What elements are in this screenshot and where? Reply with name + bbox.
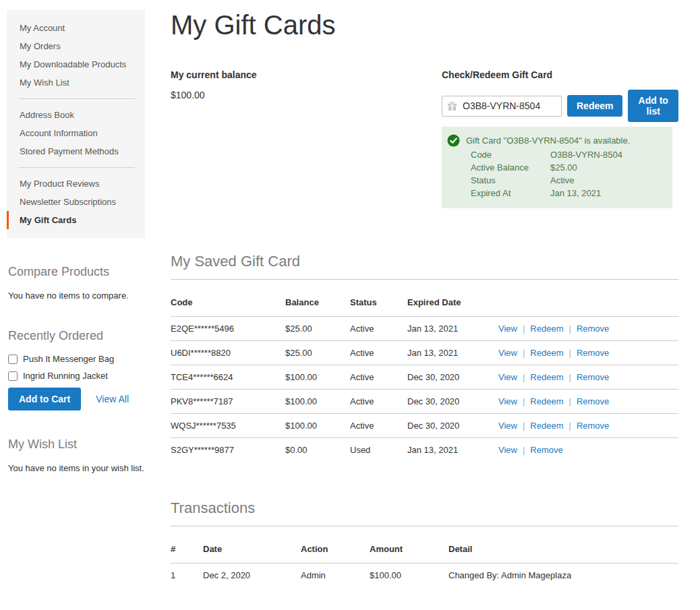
gift-card-balance-cell: $100.00 <box>285 390 350 414</box>
detail-label: Expired At <box>471 187 550 200</box>
gift-card-expired-cell: Dec 30, 2020 <box>407 414 498 438</box>
view-link[interactable]: View <box>498 324 517 334</box>
action-separator: | <box>523 372 525 382</box>
remove-link[interactable]: Remove <box>577 348 609 358</box>
action-separator: | <box>568 396 571 406</box>
sidebar-nav-item[interactable]: My Downloadable Products <box>7 55 145 73</box>
redeem-link[interactable]: Redeem <box>530 348 563 358</box>
gift-card-code-cell: TCE4******6624 <box>171 365 285 390</box>
gift-card-code-cell: U6DI******8820 <box>171 341 285 365</box>
column-header-actions <box>498 289 678 317</box>
column-header-amount: Amount <box>370 536 448 563</box>
gift-card-expired-cell: Jan 13, 2021 <box>407 341 498 365</box>
gift-card-code-input[interactable] <box>442 96 562 117</box>
wishlist-title: My Wish List <box>8 437 145 452</box>
gift-card-actions-cell: View|Redeem|Remove <box>498 414 678 438</box>
action-separator: | <box>568 421 571 431</box>
compare-products-empty-text: You have no items to compare. <box>8 290 145 302</box>
balance-and-redeem-row: My current balance $100.00 Check/Redeem … <box>171 69 678 208</box>
check-redeem-block: Check/Redeem Gift Card <box>442 69 678 208</box>
gift-card-balance-cell: $25.00 <box>285 317 350 341</box>
view-link[interactable]: View <box>498 445 517 455</box>
availability-message-row: Gift Card "O3B8-VYRN-8504" is available. <box>447 134 666 147</box>
redeem-form: Redeem Add to list <box>442 90 678 122</box>
nav-divider <box>19 98 135 99</box>
sidebar-nav-item[interactable]: Stored Payment Methods <box>7 142 145 160</box>
compare-products-title: Compare Products <box>8 265 145 279</box>
nav-divider <box>19 167 135 168</box>
column-header-detail: Detail <box>448 536 678 563</box>
sidebar-nav-item[interactable]: My Account <box>7 19 145 37</box>
action-separator: | <box>568 348 571 358</box>
gift-card-code-cell: WQSJ******7535 <box>171 414 285 438</box>
column-header-status: Status <box>350 289 407 317</box>
remove-link[interactable]: Remove <box>577 372 609 382</box>
saved-gift-cards-body: E2QE******5496 $25.00 Active Jan 13, 202… <box>171 317 678 462</box>
gift-card-expired-cell: Jan 13, 2021 <box>407 438 498 462</box>
current-balance-title: My current balance <box>171 69 442 80</box>
view-link[interactable]: View <box>498 421 517 431</box>
gift-card-status-cell: Active <box>350 390 407 414</box>
redeem-link[interactable]: Redeem <box>530 372 563 382</box>
wishlist-empty-text: You have no items in your wish list. <box>8 462 145 475</box>
gift-card-balance-cell: $25.00 <box>285 341 350 365</box>
detail-label: Active Balance <box>471 161 550 174</box>
action-separator: | <box>523 421 525 431</box>
sidebar-nav-item[interactable]: My Wish List <box>7 73 145 92</box>
remove-link[interactable]: Remove <box>577 324 609 334</box>
sidebar-nav-item[interactable]: My Orders <box>7 37 145 55</box>
add-to-cart-button[interactable]: Add to Cart <box>8 388 81 410</box>
table-header-row: Code Balance Status Expired Date <box>171 289 678 317</box>
saved-gift-cards-table: Code Balance Status Expired Date E2QE***… <box>171 289 678 462</box>
gift-card-balance-cell: $0.00 <box>285 438 350 462</box>
column-header-action: Action <box>301 536 370 563</box>
gift-card-code-cell: E2QE******5496 <box>171 317 285 341</box>
main-content: My Gift Cards My current balance $100.00… <box>171 10 678 610</box>
redeem-link[interactable]: Redeem <box>530 421 563 431</box>
sidebar-nav-item[interactable]: My Product Reviews <box>7 175 145 193</box>
redeem-button[interactable]: Redeem <box>567 95 622 117</box>
remove-link[interactable]: Remove <box>577 396 609 406</box>
gift-card-row: WQSJ******7535 $100.00 Active Dec 30, 20… <box>171 414 678 438</box>
redeem-link[interactable]: Redeem <box>530 396 563 406</box>
gift-card-detail-row: Expired At Jan 13, 2021 <box>471 187 666 200</box>
sidebar-nav-item[interactable]: My Gift Cards <box>7 211 145 229</box>
view-all-link[interactable]: View All <box>96 394 129 404</box>
view-link[interactable]: View <box>498 348 517 358</box>
remove-link[interactable]: Remove <box>530 445 562 455</box>
nav-group-address: Address Book Account Information Stored … <box>7 106 145 160</box>
gift-card-actions-cell: View|Redeem|Remove <box>498 390 678 414</box>
gift-card-expired-cell: Dec 30, 2020 <box>407 365 498 390</box>
saved-gift-cards-title: My Saved Gift Card <box>171 253 678 280</box>
gift-card-availability-box: Gift Card "O3B8-VYRN-8504" is available.… <box>442 127 672 208</box>
gift-card-expired-cell: Dec 30, 2020 <box>407 390 498 414</box>
recently-ordered-block: Recently Ordered Push It Messenger Bag I… <box>7 329 145 410</box>
product-label: Ingrid Running Jacket <box>23 371 108 381</box>
detail-value: Active <box>550 174 574 187</box>
gift-card-status-cell: Active <box>350 414 407 438</box>
sidebar-nav-item[interactable]: Account Information <box>7 124 145 142</box>
transaction-date-cell: Dec 2, 2020 <box>203 563 301 588</box>
gift-card-row: E2QE******5496 $25.00 Active Jan 13, 202… <box>171 317 678 341</box>
table-header-row: # Date Action Amount Detail <box>171 536 678 563</box>
compare-products-block: Compare Products You have no items to co… <box>7 265 145 302</box>
gift-icon <box>447 101 457 111</box>
add-to-list-button[interactable]: Add to list <box>628 90 678 122</box>
sidebar-nav-item[interactable]: Address Book <box>7 106 145 124</box>
gift-card-code-cell: S2GY******9877 <box>171 438 285 462</box>
wishlist-block: My Wish List You have no items in your w… <box>7 437 145 475</box>
product-checkbox[interactable] <box>8 371 18 381</box>
remove-link[interactable]: Remove <box>577 421 609 431</box>
column-header-code: Code <box>171 289 285 317</box>
column-header-date: Date <box>203 536 301 563</box>
gift-card-detail-row: Active Balance $25.00 <box>471 161 666 174</box>
view-link[interactable]: View <box>498 372 517 382</box>
redeem-link[interactable]: Redeem <box>530 324 563 334</box>
view-link[interactable]: View <box>498 396 517 406</box>
sidebar-nav-item[interactable]: Newsletter Subscriptions <box>7 193 145 211</box>
transaction-amount-cell: $100.00 <box>370 563 448 588</box>
gift-card-row: TCE4******6624 $100.00 Active Dec 30, 20… <box>171 365 678 390</box>
action-separator: | <box>523 445 525 455</box>
product-checkbox[interactable] <box>8 355 18 364</box>
transactions-title: Transactions <box>171 499 678 526</box>
